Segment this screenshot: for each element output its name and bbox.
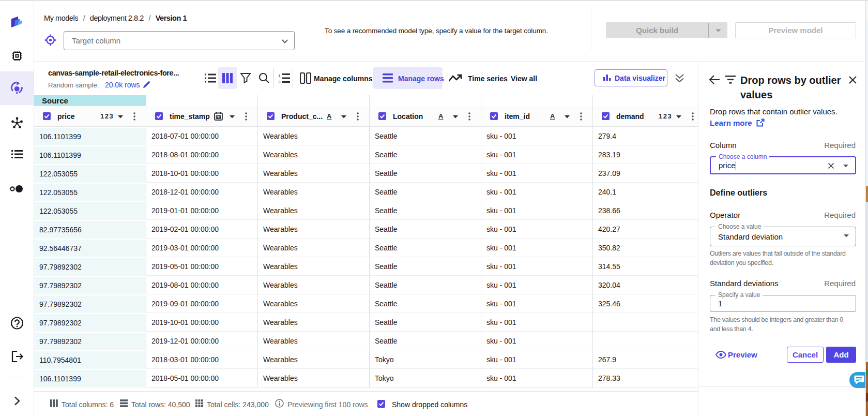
svg-text:3: 3 [278,80,281,84]
svg-text:1: 1 [278,73,281,78]
